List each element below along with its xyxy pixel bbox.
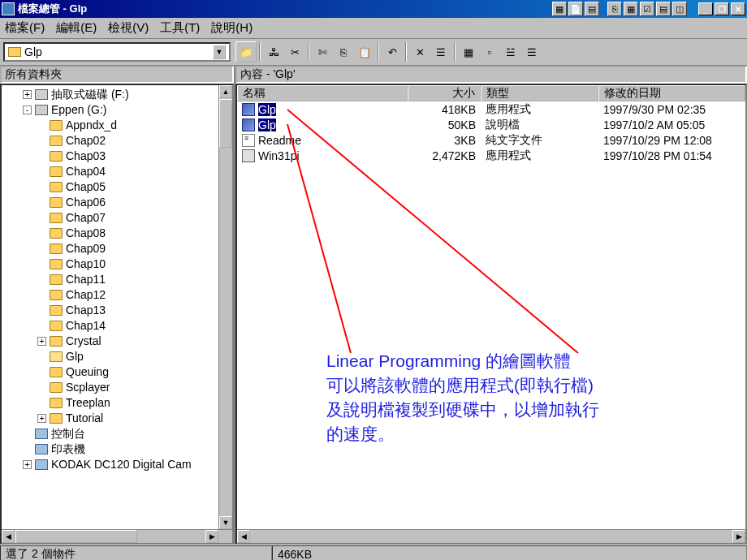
tree-item[interactable]: Chap03 (2, 149, 232, 164)
device-icon (35, 459, 48, 470)
scroll-thumb[interactable] (15, 530, 137, 543)
list-view-button[interactable]: ☱ (500, 41, 521, 62)
tree-item[interactable]: Chap02 (2, 133, 232, 149)
folder-tree[interactable]: +抽取式磁碟 (F:)-Eppen (G:)Appndx_dChap02Chap… (2, 85, 232, 474)
tree-expander[interactable]: + (23, 90, 32, 99)
file-row[interactable]: Readme3KB純文字文件1997/10/29 PM 12:08 (237, 132, 745, 148)
tree-item[interactable]: Chap06 (2, 195, 232, 210)
tree-item-label: Glp (66, 349, 84, 364)
folder-icon (50, 336, 63, 347)
file-row[interactable]: Win31pi2,472KB應用程式1997/10/28 PM 01:54 (237, 148, 745, 163)
tree-item[interactable]: Chap07 (2, 210, 232, 226)
close-button[interactable]: ✕ (731, 2, 745, 15)
file-type: 說明檔 (481, 118, 598, 132)
details-view-button[interactable]: ☰ (521, 41, 542, 62)
file-size: 3KB (408, 134, 481, 147)
tree-item[interactable]: Chap13 (2, 303, 232, 318)
tray-icon[interactable]: 📄 (568, 2, 583, 16)
column-type[interactable]: 類型 (481, 85, 598, 101)
tree-item[interactable]: 印表機 (2, 442, 232, 457)
folder-icon (50, 305, 63, 316)
menu-tools[interactable]: 工具(T) (160, 20, 200, 36)
menu-help[interactable]: 說明(H) (211, 20, 253, 36)
delete-button[interactable]: ✕ (409, 41, 430, 62)
tray-icon[interactable]: ▦ (624, 2, 638, 16)
tray-icon[interactable]: ☑ (640, 2, 654, 16)
scroll-right-button[interactable]: ▶ (732, 530, 745, 543)
tree-item-label: Chap05 (66, 179, 106, 195)
map-drive-button[interactable]: 🖧 (263, 41, 284, 62)
column-name[interactable]: 名稱 (237, 85, 408, 101)
tree-item[interactable]: Chap14 (2, 318, 232, 334)
tree-expander[interactable]: + (23, 460, 32, 469)
scroll-left-button[interactable]: ◀ (2, 530, 15, 543)
tray-icon[interactable]: ⎘ (607, 2, 622, 16)
tree-item[interactable]: Chap11 (2, 272, 232, 287)
file-type: 純文字文件 (481, 133, 598, 148)
tree-item[interactable]: Scplayer (2, 380, 232, 395)
tray-icon[interactable]: ▦ (552, 2, 567, 16)
menu-view[interactable]: 檢視(V) (108, 20, 149, 36)
tree-item[interactable]: +KODAK DC120 Digital Cam (2, 457, 232, 472)
tree-item[interactable]: Queuing (2, 364, 232, 380)
tree-item[interactable]: Chap05 (2, 179, 232, 195)
tree-item[interactable]: +抽取式磁碟 (F:) (2, 87, 232, 102)
tree-item-label: Scplayer (66, 380, 110, 395)
file-row[interactable]: Glp50KB說明檔1997/10/2 AM 05:05 (237, 117, 745, 132)
folder-icon (50, 182, 63, 192)
tree-item[interactable]: +Tutorial (2, 411, 232, 426)
scroll-right-button[interactable]: ▶ (205, 530, 218, 543)
tree-item-label: 印表機 (51, 442, 85, 457)
scroll-left-button[interactable]: ◀ (237, 530, 250, 543)
column-modified[interactable]: 修改的日期 (598, 85, 745, 101)
column-size[interactable]: 大小 (408, 85, 481, 101)
cut-button[interactable]: ✄ (312, 41, 333, 62)
small-icons-button[interactable]: ▫ (479, 41, 500, 62)
scroll-thumb[interactable] (219, 99, 232, 148)
tree-item[interactable]: Appndx_d (2, 118, 232, 133)
file-date: 1997/9/30 PM 02:35 (598, 103, 745, 116)
scroll-down-button[interactable]: ▼ (219, 516, 232, 529)
tree-item[interactable]: -Eppen (G:) (2, 102, 232, 118)
tray-icon[interactable]: ▤ (585, 2, 599, 16)
tree-item[interactable]: Chap04 (2, 164, 232, 179)
tree-item[interactable]: Chap12 (2, 287, 232, 303)
tree-expander[interactable]: - (23, 106, 32, 114)
file-list-container: 名稱 大小 類型 修改的日期 Glp418KB應用程式1997/9/30 PM … (235, 84, 747, 545)
disconnect-drive-button[interactable]: ✂ (284, 41, 305, 62)
undo-button[interactable]: ↶ (382, 41, 403, 62)
vertical-scrollbar[interactable]: ▲ ▼ (218, 85, 232, 529)
tree-item[interactable]: 控制台 (2, 426, 232, 442)
copy-button[interactable]: ⎘ (333, 41, 354, 62)
tree-expander[interactable]: + (37, 414, 46, 423)
dropdown-arrow-icon[interactable]: ▼ (213, 45, 226, 59)
tree-item-label: Chap12 (66, 287, 106, 303)
horizontal-scrollbar[interactable]: ◀ ▶ (237, 529, 745, 543)
tree-item-label: Chap11 (66, 272, 106, 287)
path-combobox[interactable]: Glp ▼ (3, 42, 231, 62)
tree-item[interactable]: Glp (2, 349, 232, 364)
menu-file[interactable]: 檔案(F) (5, 20, 45, 36)
large-icons-button[interactable]: ▦ (458, 41, 479, 62)
tree-item[interactable]: Chap10 (2, 256, 232, 272)
tray-icon[interactable]: ◫ (672, 2, 687, 16)
scroll-up-button[interactable]: ▲ (219, 85, 232, 98)
up-folder-button[interactable]: 📁 (235, 41, 257, 62)
paste-button[interactable]: 📋 (354, 41, 375, 62)
tree-expander[interactable]: + (37, 337, 46, 346)
file-row[interactable]: Glp418KB應用程式1997/9/30 PM 02:35 (237, 101, 745, 117)
tree-item[interactable]: Chap09 (2, 241, 232, 256)
maximize-button[interactable]: ❐ (715, 2, 729, 15)
tree-item[interactable]: Chap08 (2, 226, 232, 241)
minimize-button[interactable]: _ (698, 2, 713, 15)
folder-icon (50, 151, 63, 162)
tray-icon[interactable]: ▤ (656, 2, 671, 16)
tree-item[interactable]: +Crystal (2, 334, 232, 349)
file-size: 2,472KB (408, 149, 481, 162)
tree-item-label: Chap02 (66, 133, 106, 149)
folder-icon (50, 166, 63, 177)
properties-button[interactable]: ☰ (430, 41, 451, 62)
menu-edit[interactable]: 編輯(E) (56, 20, 97, 36)
tree-item[interactable]: Treeplan (2, 395, 232, 411)
horizontal-scrollbar[interactable]: ◀ ▶ (2, 529, 232, 543)
